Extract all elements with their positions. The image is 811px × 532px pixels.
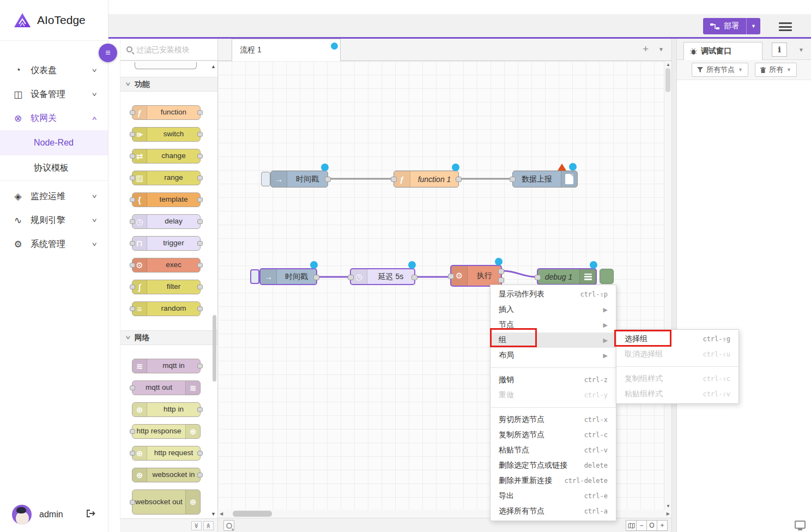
menu-item-copy-nodes[interactable]: 复制所选节点ctrl-c: [491, 427, 616, 443]
menu-item-delete-reconnect[interactable]: 删除并重新连接ctrl-delete: [491, 473, 616, 488]
menu-item-node[interactable]: 节点▶: [491, 317, 616, 332]
node-function-1[interactable]: ƒ function 1: [394, 171, 459, 188]
palette-node-random[interactable]: ≡ random: [132, 301, 201, 316]
inject-button-pad[interactable]: [261, 172, 270, 186]
node-output-port-stdout[interactable]: [498, 269, 504, 274]
node-output-port[interactable]: [456, 177, 462, 182]
palette-node-function[interactable]: ƒ function: [132, 105, 201, 120]
avatar[interactable]: [12, 505, 32, 524]
add-flow-button[interactable]: +: [643, 43, 649, 55]
node-input-port[interactable]: [348, 275, 354, 280]
collapse-all-categories-button[interactable]: ≫: [191, 521, 202, 530]
palette-node-change[interactable]: ⇄ change: [132, 149, 201, 164]
sidebar-item-protocol-template[interactable]: 协议模板: [0, 155, 108, 180]
menu-item-select-all[interactable]: 选择所有节点ctrl-a: [491, 504, 616, 519]
menu-item-remove-from-group[interactable]: 取消选择组ctrl-⇧u: [616, 347, 739, 362]
node-inject-1[interactable]: → 时间戳: [270, 171, 328, 188]
debug-clear-button[interactable]: 所有 ▼: [755, 63, 797, 77]
sidebar-tabs-caret[interactable]: ▼: [798, 47, 804, 53]
palette-node-trigger[interactable]: ⊓ trigger: [132, 236, 201, 251]
palette-node-partial[interactable]: [135, 62, 197, 69]
deploy-options-caret[interactable]: ▼: [746, 18, 760, 34]
zoom-in-button[interactable]: +: [657, 520, 668, 531]
node-output-port[interactable]: [313, 275, 319, 280]
palette-search-input[interactable]: [136, 45, 211, 54]
menu-item-insert[interactable]: 插入▶: [491, 302, 616, 317]
palette-node-mqtt-in[interactable]: ≋ mqtt in: [132, 359, 201, 373]
display-icon[interactable]: [795, 521, 806, 529]
menu-item-group[interactable]: 组▶: [491, 332, 616, 348]
palette-scroll-up-arrow[interactable]: ▲: [211, 64, 216, 69]
scroll-up-arrow[interactable]: ▲: [666, 62, 670, 67]
scroll-right-arrow[interactable]: ▶: [667, 511, 670, 516]
menu-item-select-group[interactable]: 选择组ctrl-⇧g: [616, 331, 739, 347]
menu-item-redo[interactable]: 重做ctrl-y: [491, 388, 616, 403]
canvas-vertical-scrollbar[interactable]: ▲ ▼: [664, 61, 671, 510]
menu-item-export[interactable]: 导出ctrl-e: [491, 488, 616, 504]
sidebar-collapse-button[interactable]: ≡: [99, 44, 117, 62]
palette-node-websocket-in[interactable]: ⊕ websocket in: [132, 468, 201, 482]
expand-all-categories-button[interactable]: ≪: [203, 521, 214, 530]
sidebar-item-devices[interactable]: ◫ 设备管理 ˅: [0, 82, 108, 106]
menu-item-cut-nodes[interactable]: 剪切所选节点ctrl-x: [491, 412, 616, 427]
inject-button-pad[interactable]: [250, 269, 259, 284]
main-menu-button[interactable]: [779, 22, 792, 31]
sidebar-resize-handle[interactable]: [671, 39, 677, 532]
sidebar-item-node-red[interactable]: Node-Red: [0, 130, 108, 155]
zoom-reset-button[interactable]: O: [646, 520, 657, 531]
node-inject-2[interactable]: → 时间戳: [259, 268, 317, 285]
menu-item-show-action-list[interactable]: 显示动作列表ctrl-⇧p: [491, 287, 616, 302]
menu-item-layout[interactable]: 布局▶: [491, 348, 616, 363]
sidebar-item-dashboard[interactable]: ◔ 仪表盘 ˅: [0, 58, 108, 82]
zoom-out-button[interactable]: −: [636, 520, 647, 531]
vertical-scrollbar-thumb[interactable]: [665, 68, 670, 92]
info-tab-button[interactable]: i: [772, 43, 787, 57]
flow-tab[interactable]: 流程 1: [232, 39, 341, 61]
scroll-left-arrow[interactable]: ◀: [220, 511, 223, 516]
palette-node-exec[interactable]: ⚙ exec: [132, 258, 201, 273]
menu-item-copy-group-style[interactable]: 复制组样式ctrl-⇧c: [616, 371, 739, 386]
debug-enable-toggle[interactable]: [600, 269, 614, 284]
palette-node-filter[interactable]: ∫ filter: [132, 280, 201, 294]
node-output-port[interactable]: [325, 177, 331, 182]
node-output-port[interactable]: [411, 275, 417, 280]
palette-node-http-response[interactable]: ⊕ http response: [132, 424, 201, 439]
palette-section-network[interactable]: ˅ 网络: [120, 330, 217, 345]
flow-list-caret[interactable]: ▼: [658, 46, 664, 52]
palette-section-function[interactable]: ˅ 功能: [120, 77, 217, 92]
menu-item-undo[interactable]: 撤销ctrl-z: [491, 372, 616, 388]
sidebar-item-rules-engine[interactable]: ∿ 规则引擎 ˅: [0, 208, 108, 232]
menu-item-paste-group-style[interactable]: 粘贴组样式ctrl-⇧v: [616, 386, 739, 402]
palette-node-template[interactable]: { template: [132, 192, 201, 207]
node-debug-1[interactable]: debug 1: [537, 268, 597, 285]
sidebar-item-monitoring[interactable]: ◈ 监控运维 ˅: [0, 184, 108, 208]
deploy-button[interactable]: 部署 ▼: [703, 18, 760, 34]
palette-node-switch[interactable]: ⋔ switch: [132, 127, 201, 142]
horizontal-scrollbar-thumb[interactable]: [233, 511, 272, 517]
palette-node-websocket-out[interactable]: ⊕ websocket out: [132, 489, 201, 515]
node-exec[interactable]: ⚙ 执行: [450, 265, 502, 287]
debug-filter-button[interactable]: 所有节点 ▼: [692, 63, 748, 77]
menu-item-paste-nodes[interactable]: 粘贴节点ctrl-v: [491, 443, 616, 458]
scroll-down-arrow[interactable]: ▼: [666, 504, 670, 509]
sidebar-item-gateway[interactable]: ⊗ 软网关 ˄: [0, 106, 108, 130]
palette-node-delay[interactable]: ◷ delay: [132, 214, 201, 229]
node-data-report[interactable]: 数据上报: [512, 171, 578, 188]
palette-scroll-down-arrow[interactable]: ▼: [211, 511, 216, 517]
palette-node-range[interactable]: ▥ range: [132, 171, 201, 185]
palette-node-http-in[interactable]: ⊕ http in: [132, 402, 201, 417]
palette-node-mqtt-out[interactable]: ≋ mqtt out: [132, 380, 201, 395]
node-input-port[interactable]: [391, 177, 397, 182]
node-input-port[interactable]: [510, 177, 516, 182]
navigator-button[interactable]: [626, 520, 637, 531]
palette-scrollbar-thumb[interactable]: [213, 315, 216, 382]
sidebar-item-system[interactable]: ⚙ 系统管理 ˅: [0, 232, 108, 256]
node-output-port-stderr[interactable]: [498, 277, 504, 283]
canvas-search-button[interactable]: [223, 520, 234, 531]
debug-tab[interactable]: 调试窗口: [683, 42, 762, 60]
node-input-port[interactable]: [535, 275, 541, 280]
node-input-port[interactable]: [448, 274, 454, 279]
node-delay-5s[interactable]: ◷ 延迟 5s: [350, 268, 415, 285]
logout-icon[interactable]: [86, 509, 96, 520]
menu-item-delete-selection[interactable]: 删除选定节点或链接delete: [491, 458, 616, 473]
